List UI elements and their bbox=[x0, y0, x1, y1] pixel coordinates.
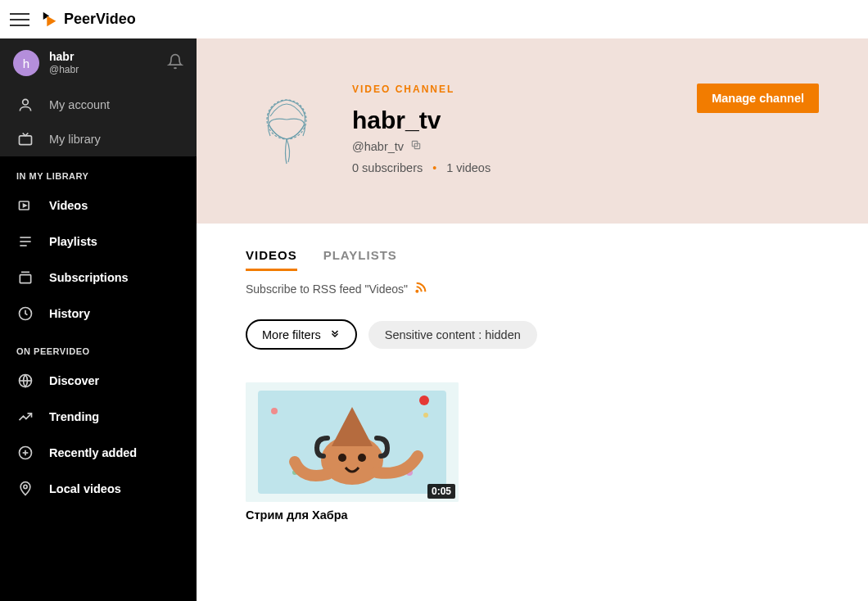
tv-icon bbox=[16, 130, 34, 148]
svg-point-2 bbox=[23, 99, 29, 105]
sensitive-content-pill[interactable]: Sensitive content : hidden bbox=[368, 321, 537, 349]
svg-point-32 bbox=[358, 454, 366, 462]
sidebar-item-local-videos[interactable]: Local videos bbox=[0, 471, 197, 507]
chevron-down-icon bbox=[329, 328, 341, 341]
playlist-icon bbox=[16, 233, 34, 251]
sidebar-item-my-account[interactable]: My account bbox=[0, 88, 197, 122]
nav-label: Local videos bbox=[49, 482, 121, 495]
rss-subscribe-text[interactable]: Subscribe to RSS feed "Videos" bbox=[246, 282, 408, 296]
svg-point-28 bbox=[419, 395, 429, 405]
user-handle: @habr bbox=[49, 64, 79, 75]
channel-title: habr_tv bbox=[352, 106, 672, 134]
sidebar-item-videos[interactable]: Videos bbox=[0, 188, 197, 224]
map-pin-icon bbox=[16, 480, 34, 498]
subscriptions-icon bbox=[16, 269, 34, 287]
video-duration: 0:05 bbox=[427, 484, 455, 499]
tab-playlists[interactable]: PLAYLISTS bbox=[323, 248, 397, 271]
separator-dot: • bbox=[432, 162, 436, 174]
subscriber-count: 0 subscribers bbox=[352, 161, 423, 174]
svg-point-21 bbox=[416, 291, 418, 292]
sidebar-item-my-library[interactable]: My library bbox=[0, 122, 197, 156]
nav-label: My account bbox=[49, 98, 110, 111]
brand-logo[interactable]: PeerVideo bbox=[41, 11, 136, 29]
video-thumbnail[interactable]: 0:05 bbox=[246, 382, 459, 502]
sidebar-item-subscriptions[interactable]: Subscriptions bbox=[0, 260, 197, 296]
more-filters-label: More filters bbox=[262, 328, 321, 341]
copy-icon[interactable] bbox=[410, 139, 422, 153]
svg-point-31 bbox=[338, 454, 346, 462]
svg-point-17 bbox=[24, 485, 27, 488]
play-logo-icon bbox=[41, 11, 59, 29]
video-card[interactable]: 0:05 Стрим для Хабра bbox=[246, 382, 459, 522]
nav-label: Trending bbox=[49, 410, 99, 423]
sidebar-item-trending[interactable]: Trending bbox=[0, 399, 197, 435]
svg-point-24 bbox=[271, 408, 278, 414]
channel-handle: @habr_tv bbox=[352, 140, 404, 153]
nav-label: Videos bbox=[49, 199, 88, 212]
tab-videos[interactable]: VIDEOS bbox=[246, 248, 297, 271]
video-icon bbox=[16, 197, 34, 215]
notifications-icon[interactable] bbox=[167, 53, 183, 73]
sidebar-item-playlists[interactable]: Playlists bbox=[0, 224, 197, 260]
nav-label: Recently added bbox=[49, 446, 137, 459]
brand-name: PeerVideo bbox=[64, 11, 136, 28]
hamburger-menu-icon[interactable] bbox=[10, 10, 29, 29]
rss-icon[interactable] bbox=[414, 281, 427, 296]
user-display-name: habr bbox=[49, 50, 79, 64]
nav-label: History bbox=[49, 307, 90, 320]
nav-label: Playlists bbox=[49, 235, 97, 248]
sidebar-section-platform: ON PEERVIDEO bbox=[0, 332, 197, 363]
user-icon bbox=[16, 96, 34, 114]
svg-point-25 bbox=[423, 413, 428, 418]
channel-eyebrow: VIDEO CHANNEL bbox=[352, 84, 672, 95]
user-block[interactable]: h habr @habr bbox=[0, 38, 197, 88]
avatar: h bbox=[13, 50, 39, 76]
nav-label: Subscriptions bbox=[49, 271, 129, 284]
video-title[interactable]: Стрим для Хабра bbox=[246, 508, 459, 522]
sidebar-item-history[interactable]: History bbox=[0, 296, 197, 332]
svg-marker-5 bbox=[24, 204, 26, 206]
channel-banner: VIDEO CHANNEL habr_tv @habr_tv 0 subscri… bbox=[197, 38, 868, 224]
nav-label: Discover bbox=[49, 374, 99, 387]
manage-channel-button[interactable]: Manage channel bbox=[697, 84, 819, 113]
nav-label: My library bbox=[49, 133, 101, 146]
sidebar-item-recently-added[interactable]: Recently added bbox=[0, 435, 197, 471]
more-filters-button[interactable]: More filters bbox=[246, 319, 357, 350]
svg-marker-1 bbox=[47, 16, 56, 26]
svg-rect-3 bbox=[20, 136, 32, 145]
svg-rect-9 bbox=[20, 275, 30, 283]
sidebar: h habr @habr My account My library IN MY… bbox=[0, 38, 197, 601]
channel-avatar bbox=[246, 84, 328, 165]
globe-icon bbox=[16, 372, 34, 390]
video-count: 1 videos bbox=[446, 161, 491, 174]
sidebar-section-library: IN MY LIBRARY bbox=[0, 156, 197, 188]
sidebar-item-discover[interactable]: Discover bbox=[0, 363, 197, 399]
history-icon bbox=[16, 305, 34, 323]
plus-circle-icon bbox=[16, 444, 34, 462]
trending-icon bbox=[16, 408, 34, 426]
